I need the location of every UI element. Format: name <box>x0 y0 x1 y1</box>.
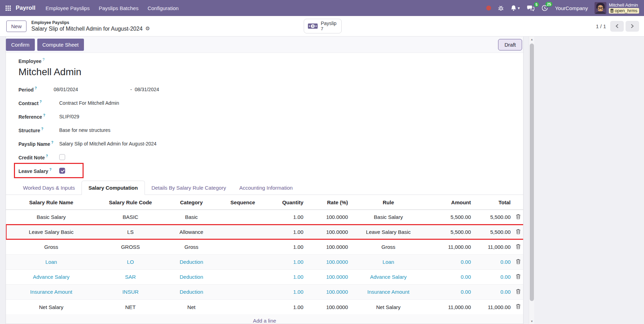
cell-code[interactable]: LO <box>96 254 164 269</box>
cell-category[interactable]: Gross <box>164 239 218 254</box>
leave-salary-checkbox[interactable] <box>59 168 65 174</box>
company-switcher[interactable]: YourCompany <box>555 5 588 11</box>
pager-previous-button[interactable] <box>610 21 624 32</box>
column-header-rate[interactable]: Rate (%) <box>305 195 350 210</box>
cell-total[interactable]: 0.00 <box>473 284 513 299</box>
cell-rule[interactable]: Loan <box>350 254 427 269</box>
cell-amount[interactable]: 0.00 <box>427 284 473 299</box>
compute-sheet-button[interactable]: Compute Sheet <box>37 39 84 51</box>
reference-field[interactable]: SLIP/029 <box>59 114 79 119</box>
column-header-amount[interactable]: Amount <box>427 195 473 210</box>
cell-category[interactable]: Deduction <box>164 254 218 269</box>
cell-rate[interactable]: 100.0000 <box>305 299 350 314</box>
cell-category[interactable]: Deduction <box>164 269 218 284</box>
tab-worked-days-inputs[interactable]: Worked Days & Inputs <box>16 181 82 195</box>
cell-quantity[interactable]: 1.00 <box>267 224 305 239</box>
cell-code[interactable]: INSUR <box>96 284 164 299</box>
cell-rule[interactable]: Insurance Amount <box>350 284 427 299</box>
employee-field[interactable]: Mitchell Admin <box>18 66 523 78</box>
pager-next-button[interactable] <box>626 21 639 32</box>
cell-category[interactable]: Deduction <box>164 284 218 299</box>
messages-icon[interactable]: 5 <box>527 5 535 11</box>
scroll-down-arrow[interactable]: ▼ <box>529 318 535 324</box>
menu-configuration[interactable]: Configuration <box>143 1 183 16</box>
cell-rule[interactable]: Gross <box>350 239 427 254</box>
app-name[interactable]: Payroll <box>16 5 36 11</box>
cell-total[interactable]: 11,000.00 <box>473 299 513 314</box>
cell-sequence[interactable] <box>218 269 267 284</box>
cell-sequence[interactable] <box>218 239 267 254</box>
delete-row-button[interactable] <box>513 210 523 224</box>
bell-icon[interactable]: ▼ <box>511 5 521 11</box>
credit-note-checkbox[interactable] <box>59 154 65 160</box>
table-row-loan[interactable]: LoanLODeduction1.00100.0000Loan0.000.00 <box>6 254 523 269</box>
cell-amount[interactable]: 0.00 <box>427 254 473 269</box>
cell-amount[interactable]: 11,000.00 <box>427 239 473 254</box>
cell-amount[interactable]: 11,000.00 <box>427 299 473 314</box>
cell-code[interactable]: LS <box>96 224 164 239</box>
cell-rate[interactable]: 100.0000 <box>305 239 350 254</box>
breadcrumb-parent-link[interactable]: Employee Payslips <box>31 20 150 25</box>
cell-name[interactable]: Net Salary <box>6 299 96 314</box>
apps-grid-icon[interactable] <box>0 6 14 11</box>
table-row-gross[interactable]: GrossGROSSGross1.00100.0000Gross11,000.0… <box>6 239 523 254</box>
delete-row-button[interactable] <box>513 284 523 299</box>
scroll-up-arrow[interactable]: ▲ <box>529 37 535 42</box>
cell-rule[interactable]: Advance Salary <box>350 269 427 284</box>
column-header-sequence[interactable]: Sequence <box>218 195 267 210</box>
cell-sequence[interactable] <box>218 254 267 269</box>
delete-row-button[interactable] <box>513 254 523 269</box>
period-end-field[interactable]: 08/31/2024 <box>135 87 159 92</box>
column-header-category[interactable]: Category <box>164 195 218 210</box>
column-header-salary-rule-name[interactable]: Salary Rule Name <box>6 195 96 210</box>
cell-name[interactable]: Insurance Amount <box>6 284 96 299</box>
payslip-stat-button[interactable]: 0 Payslip 7 <box>304 19 342 33</box>
gear-icon[interactable]: ⚙ <box>145 25 150 32</box>
cell-code[interactable]: NET <box>96 299 164 314</box>
column-header-total[interactable]: Total <box>473 195 513 210</box>
period-start-field[interactable]: 08/01/2024 <box>54 87 130 92</box>
cell-total[interactable]: 5,500.00 <box>473 210 513 224</box>
database-badge[interactable]: open_hrms <box>609 8 639 14</box>
vertical-scrollbar[interactable]: ▲ ▼ <box>529 37 534 324</box>
delete-row-button[interactable] <box>513 269 523 284</box>
cell-code[interactable]: GROSS <box>96 239 164 254</box>
cell-total[interactable]: 0.00 <box>473 269 513 284</box>
add-a-line-button[interactable]: Add a line <box>253 318 276 324</box>
table-row-net-salary[interactable]: Net SalaryNETNet1.00100.0000Net Salary11… <box>6 299 523 314</box>
table-row-insurance-amount[interactable]: Insurance AmountINSURDeduction1.00100.00… <box>6 284 523 299</box>
scrollbar-thumb[interactable] <box>530 44 534 301</box>
cell-quantity[interactable]: 1.00 <box>267 284 305 299</box>
cell-rate[interactable]: 100.0000 <box>305 284 350 299</box>
cell-quantity[interactable]: 1.00 <box>267 239 305 254</box>
column-header-rule[interactable]: Rule <box>350 195 427 210</box>
cell-quantity[interactable]: 1.00 <box>267 254 305 269</box>
cell-total[interactable]: 11,000.00 <box>473 239 513 254</box>
cell-quantity[interactable]: 1.00 <box>267 299 305 314</box>
cell-quantity[interactable]: 1.00 <box>267 210 305 224</box>
table-row-basic-salary[interactable]: Basic SalaryBASICBasic1.00100.0000Basic … <box>6 210 523 224</box>
cell-category[interactable]: Net <box>164 299 218 314</box>
cell-rule[interactable]: Basic Salary <box>350 210 427 224</box>
cell-amount[interactable]: 0.00 <box>427 269 473 284</box>
cell-rule[interactable]: Net Salary <box>350 299 427 314</box>
user-menu[interactable]: Mitchell Admin open_hrms <box>595 2 639 14</box>
column-header-quantity[interactable]: Quantity <box>267 195 305 210</box>
cell-name[interactable]: Loan <box>6 254 96 269</box>
tab-accounting-information[interactable]: Accounting Information <box>233 181 299 195</box>
delete-row-button[interactable] <box>513 224 523 239</box>
cell-name[interactable]: Leave Salary Basic <box>6 224 96 239</box>
cell-rate[interactable]: 100.0000 <box>305 269 350 284</box>
payslip-name-field[interactable]: Salary Slip of Mitchell Admin for August… <box>59 141 156 147</box>
cell-name[interactable]: Advance Salary <box>6 269 96 284</box>
cell-category[interactable]: Basic <box>164 210 218 224</box>
table-row-advance-salary[interactable]: Advance SalarySARDeduction1.00100.0000Ad… <box>6 269 523 284</box>
cell-quantity[interactable]: 1.00 <box>267 269 305 284</box>
contract-field[interactable]: Contract For Mitchell Admin <box>59 100 119 106</box>
menu-employee-payslips[interactable]: Employee Payslips <box>41 1 94 16</box>
delete-row-button[interactable] <box>513 299 523 314</box>
column-header-salary-rule-code[interactable]: Salary Rule Code <box>96 195 164 210</box>
confirm-button[interactable]: Confirm <box>6 39 35 51</box>
delete-row-button[interactable] <box>513 239 523 254</box>
structure-field[interactable]: Base for new structures <box>59 127 110 133</box>
